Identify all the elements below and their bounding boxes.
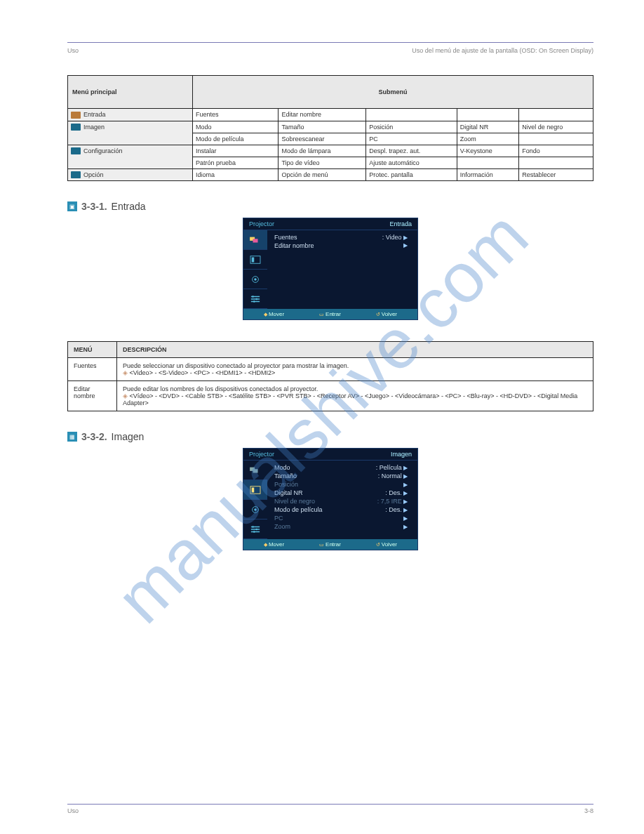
osd-tab-option-icon[interactable] — [243, 519, 267, 539]
osd-row[interactable]: Nivel de negro: 7,5 IRE ▶ — [267, 497, 417, 505]
osd-row[interactable]: Digital NR: Des. ▶ — [267, 489, 417, 497]
cell-desc: Puede seleccionar un dispositivo conecta… — [117, 358, 593, 381]
osd-section: Entrada — [389, 220, 412, 227]
cell: PC — [366, 133, 457, 145]
svg-point-15 — [252, 526, 254, 528]
cell: Fondo — [519, 145, 593, 157]
cell: Tamaño — [279, 121, 366, 133]
svg-point-16 — [255, 528, 257, 530]
entrada-desc-table: MENÚ DESCRIPCIÓN Fuentes Puede seleccion… — [67, 341, 593, 411]
cell: Editar nombre — [279, 109, 366, 121]
entrada-title: Entrada — [112, 201, 146, 212]
osd-footer: Mover Entrar Volver — [243, 309, 417, 319]
entrada-icon — [71, 112, 81, 119]
section-entrada: ▣ 3-3-1. Entrada Projector Entrada Fuent… — [67, 201, 593, 411]
th-desc: DESCRIPCIÓN — [117, 342, 593, 358]
header-right: Uso del menú de ajuste de la pantalla (O… — [412, 47, 593, 54]
svg-point-14 — [254, 508, 257, 511]
osd-row[interactable]: Posición ▶ — [267, 480, 417, 489]
opcion-icon — [71, 171, 81, 178]
chevron-right-icon: ▶ — [403, 482, 408, 488]
osd-label: Posición — [274, 481, 298, 488]
chevron-right-icon: ▶ — [403, 234, 408, 241]
row-entrada: Entrada Fuentes Editar nombre — [68, 109, 593, 121]
osd-label: Nivel de negro — [274, 498, 315, 505]
osd-footer: Mover Entrar Volver — [243, 539, 417, 550]
chevron-right-icon: ▶ — [402, 465, 408, 471]
chevron-right-icon: ▶ — [402, 498, 408, 505]
row-fuentes-desc: Fuentes Puede seleccionar un dispositivo… — [68, 358, 593, 381]
osd-row-editar[interactable]: Editar nombre ▶ — [267, 241, 417, 250]
cell — [457, 109, 518, 121]
chevron-right-icon: ▶ — [403, 524, 408, 530]
osd-hint-enter: Entrar — [319, 541, 341, 548]
row-editar-desc: Editar nombre Puede editar los nombres d… — [68, 381, 593, 411]
osd-row-fuentes[interactable]: Fuentes : Video ▶ — [267, 233, 417, 241]
osd-value: : Película — [376, 464, 402, 471]
osd-hint-move: Mover — [264, 311, 284, 317]
header-left: Uso — [67, 47, 79, 54]
osd-hint-return: Volver — [376, 541, 397, 548]
cell: Despl. trapez. aut. — [366, 145, 457, 157]
osd-tab-setup-icon[interactable] — [243, 500, 267, 519]
top-rule — [67, 42, 593, 43]
chevron-right-icon: ▶ — [403, 515, 408, 522]
row-imagen-1: Imagen Modo Tamaño Posición Digital NR N… — [68, 121, 593, 133]
svg-point-7 — [255, 298, 257, 300]
osd-label: Digital NR — [274, 489, 303, 496]
svg-point-17 — [253, 531, 255, 533]
svg-rect-1 — [253, 239, 258, 242]
svg-rect-10 — [253, 469, 258, 472]
cell: Modo de película — [193, 133, 279, 145]
osd-hint-move: Mover — [264, 541, 284, 548]
cell — [457, 157, 518, 168]
row-config-1: Configuración Instalar Modo de lámpara D… — [68, 145, 593, 157]
osd-section: Imagen — [391, 451, 412, 458]
osd-label: Modo de película — [274, 506, 323, 513]
cell: Digital NR — [457, 121, 518, 133]
osd-tab-picture-icon[interactable] — [243, 250, 267, 270]
osd-tab-picture-icon[interactable] — [243, 480, 267, 500]
footer-left: Uso — [67, 807, 79, 814]
cell: Nivel de negro — [519, 121, 593, 133]
cell — [519, 157, 593, 168]
osd-tab-setup-icon[interactable] — [243, 270, 267, 289]
osd-row[interactable]: PC ▶ — [267, 514, 417, 522]
osd-row[interactable]: Tamaño: Normal ▶ — [267, 472, 417, 480]
svg-point-8 — [253, 300, 255, 303]
imagen-label: Imagen — [83, 124, 105, 131]
osd-tab-option-icon[interactable] — [243, 289, 267, 309]
osd-tab-input-icon[interactable] — [243, 230, 267, 250]
osd-label: Editar nombre — [274, 242, 314, 249]
osd-row[interactable]: Modo: Película ▶ — [267, 463, 417, 472]
osd-label: Tamaño — [274, 472, 297, 479]
cell: Patrón prueba — [193, 157, 279, 168]
cell: Ajuste automático — [366, 157, 457, 168]
osd-tab-input-icon[interactable] — [243, 461, 267, 480]
section-imagen: ▦ 3-3-2. Imagen Projector Imagen Modo: P… — [67, 431, 593, 550]
cell: Posición — [366, 121, 457, 133]
osd-row[interactable]: Modo de película: Des. ▶ — [267, 505, 417, 514]
osd-entrada: Projector Entrada Fuentes : Video ▶ Edit… — [243, 218, 418, 320]
cell: Fuentes — [193, 109, 279, 121]
cell: Idioma — [193, 168, 279, 181]
svg-point-5 — [254, 278, 257, 281]
chevron-right-icon: ▶ — [402, 507, 408, 513]
cell: Protec. pantalla — [366, 168, 457, 181]
cell: Modo de lámpara — [279, 145, 366, 157]
cell — [366, 109, 457, 121]
osd-title: Projector — [249, 451, 274, 458]
footer-right: 3-8 — [584, 807, 593, 814]
osd-hint-return: Volver — [376, 311, 397, 317]
config-label: Configuración — [83, 147, 123, 154]
imagen-icon — [71, 124, 81, 131]
cell: Tipo de vídeo — [279, 157, 366, 168]
th-menu: MENÚ — [68, 342, 117, 358]
cell: Zoom — [457, 133, 518, 145]
osd-value: : Des. — [385, 489, 402, 496]
osd-row[interactable]: Zoom ▶ — [267, 522, 417, 531]
cell: Sobreescanear — [279, 133, 366, 145]
chevron-right-icon: ▶ — [403, 242, 408, 249]
svg-point-6 — [252, 296, 254, 298]
osd-label: Fuentes — [274, 234, 297, 241]
